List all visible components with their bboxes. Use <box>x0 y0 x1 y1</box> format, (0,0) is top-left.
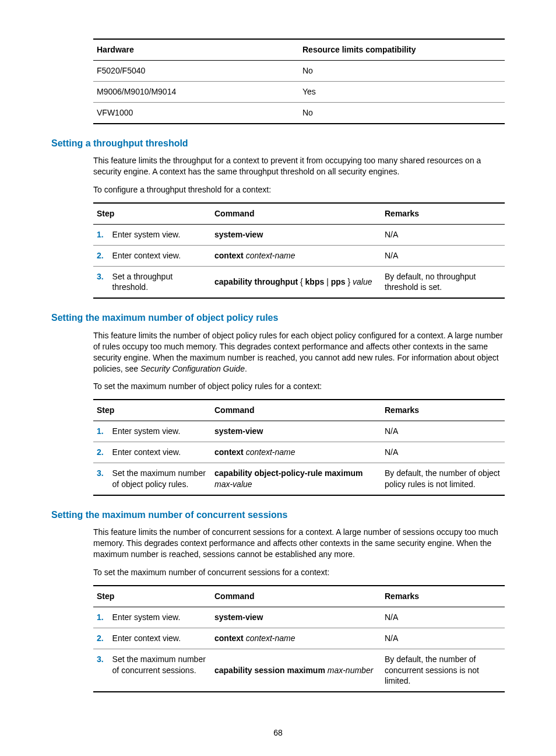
step-description: Enter system view. <box>110 607 211 628</box>
step-remarks: N/A <box>381 607 505 628</box>
col-header-remarks: Remarks <box>381 203 505 224</box>
step-remarks: N/A <box>381 245 505 266</box>
step-number: 3. <box>93 266 110 298</box>
step-number: 3. <box>93 463 110 495</box>
section-heading: Setting the maximum number of concurrent… <box>51 509 505 522</box>
step-number: 1. <box>93 607 110 628</box>
col-header-step: Step <box>93 586 211 607</box>
step-number: 2. <box>93 628 110 649</box>
hw-cell: No <box>299 60 505 81</box>
step-remarks: By default, the number of object policy … <box>381 463 505 495</box>
step-number: 1. <box>93 421 110 442</box>
step-description: Enter system view. <box>110 421 211 442</box>
hw-cell: VFW1000 <box>93 102 299 123</box>
step-number: 2. <box>93 442 110 463</box>
col-header-remarks: Remarks <box>381 586 505 607</box>
step-command: context context-name <box>211 628 381 649</box>
hardware-compat-table: Hardware Resource limits compatibility F… <box>93 38 505 124</box>
section-heading: Setting a throughput threshold <box>51 137 505 150</box>
hw-cell: Yes <box>299 81 505 102</box>
col-header-step: Step <box>93 400 211 421</box>
hw-cell: M9006/M9010/M9014 <box>93 81 299 102</box>
paragraph: To configure a throughput threshold for … <box>93 184 505 195</box>
hw-header-compat: Resource limits compatibility <box>299 39 505 60</box>
step-description: Enter context view. <box>110 442 211 463</box>
step-command: context context-name <box>211 245 381 266</box>
hw-cell: No <box>299 102 505 123</box>
step-remarks: By default, no throughput threshold is s… <box>381 266 505 298</box>
section-heading: Setting the maximum number of object pol… <box>51 312 505 324</box>
step-command: capability throughput { kbps | pps } val… <box>211 266 381 298</box>
paragraph: This feature limits the number of concur… <box>93 527 505 560</box>
hw-header-hardware: Hardware <box>93 39 299 60</box>
step-description: Set the maximum number of concurrent ses… <box>110 649 211 692</box>
step-remarks: N/A <box>381 421 505 442</box>
paragraph: To set the maximum number of concurrent … <box>93 567 505 578</box>
step-description: Set the maximum number of object policy … <box>110 463 211 495</box>
paragraph: To set the maximum number of object poli… <box>93 381 505 392</box>
step-remarks: N/A <box>381 442 505 463</box>
step-number: 3. <box>93 649 110 692</box>
step-command: system-view <box>211 421 381 442</box>
col-header-command: Command <box>211 203 381 224</box>
paragraph: This feature limits the number of object… <box>93 330 505 374</box>
step-description: Enter context view. <box>110 628 211 649</box>
step-remarks: N/A <box>381 224 505 245</box>
step-table: StepCommandRemarks1.Enter system view.sy… <box>93 399 505 495</box>
col-header-command: Command <box>211 586 381 607</box>
step-number: 2. <box>93 245 110 266</box>
step-command: system-view <box>211 607 381 628</box>
step-description: Enter system view. <box>110 224 211 245</box>
paragraph: This feature limits the throughput for a… <box>93 155 505 177</box>
step-command: context context-name <box>211 442 381 463</box>
step-remarks: By default, the number of concurrent ses… <box>381 649 505 692</box>
step-command: capability object-policy-rule maximum ma… <box>211 463 381 495</box>
step-remarks: N/A <box>381 628 505 649</box>
step-description: Set a throughput threshold. <box>110 266 211 298</box>
step-command: capability session maximum max-number <box>211 649 381 692</box>
step-table: StepCommandRemarks1.Enter system view.sy… <box>93 585 505 692</box>
col-header-remarks: Remarks <box>381 400 505 421</box>
page-number: 68 <box>51 727 505 738</box>
step-number: 1. <box>93 224 110 245</box>
hw-cell: F5020/F5040 <box>93 60 299 81</box>
step-table: StepCommandRemarks1.Enter system view.sy… <box>93 202 505 299</box>
step-description: Enter context view. <box>110 245 211 266</box>
col-header-step: Step <box>93 203 211 224</box>
step-command: system-view <box>211 224 381 245</box>
col-header-command: Command <box>211 400 381 421</box>
